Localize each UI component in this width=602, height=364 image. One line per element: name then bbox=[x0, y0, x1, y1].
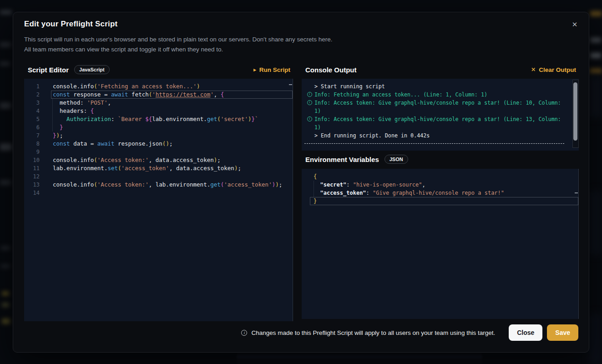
console-entry-text: Info: Access token: Give graphql-hive/co… bbox=[314, 99, 570, 115]
modal-description: This script will run in each user's brow… bbox=[24, 35, 332, 54]
console-output-body: > Start running scriptiInfo: Fetching an… bbox=[302, 79, 579, 144]
code-text: } bbox=[310, 197, 578, 205]
clear-output-button[interactable]: ✕ Clear Output bbox=[531, 66, 579, 73]
code-line[interactable]: 13console.info('Access token:', lab.envi… bbox=[24, 181, 293, 189]
footer-note-text: Changes made to this Preflight Script wi… bbox=[251, 329, 495, 336]
code-text bbox=[51, 189, 293, 197]
script-editor-header: Script Editor JavaScript ▸ Run Script bbox=[24, 63, 293, 76]
line-number: 3 bbox=[24, 99, 40, 107]
code-line[interactable]: "access_token": "Give graphql-hive/conso… bbox=[302, 189, 578, 197]
line-number: 11 bbox=[24, 164, 40, 172]
modal-footer: i Changes made to this Preflight Script … bbox=[24, 324, 578, 341]
line-number: 5 bbox=[24, 115, 40, 123]
line-number: 6 bbox=[24, 123, 40, 131]
code-line[interactable]: 3 method: 'POST', bbox=[24, 99, 293, 107]
code-line[interactable]: 5 Authorization: `Bearer ${lab.environme… bbox=[24, 115, 293, 123]
environment-variables-code: { "secret": "hive-is-open-source", "acce… bbox=[302, 169, 578, 205]
line-number: 14 bbox=[24, 189, 40, 197]
description-line-1: This script will run in each user's brow… bbox=[24, 35, 332, 45]
code-line[interactable]: "secret": "hive-is-open-source", bbox=[302, 181, 578, 189]
console-entry: iInfo: Access token: Give graphql-hive/c… bbox=[304, 99, 570, 115]
code-line[interactable]: 11lab.environment.set('access_token', da… bbox=[24, 164, 293, 172]
console-entry: iInfo: Fetching an access token... (Line… bbox=[304, 91, 570, 99]
run-script-label: Run Script bbox=[259, 66, 290, 73]
info-icon-column: i bbox=[304, 99, 314, 115]
code-text: console.info('Fetching an access token..… bbox=[51, 82, 293, 91]
code-text bbox=[51, 148, 293, 156]
console-scrollbar-thumb[interactable] bbox=[573, 82, 577, 141]
code-line[interactable]: 9 bbox=[24, 148, 293, 156]
code-text: const response = await fetch('https://te… bbox=[51, 91, 293, 99]
info-icon-column: i bbox=[304, 115, 314, 131]
code-line[interactable]: 12 bbox=[24, 172, 293, 181]
line-number: 2 bbox=[24, 91, 40, 99]
info-icon: i bbox=[307, 116, 312, 121]
console-entry: > Start running script bbox=[304, 82, 570, 91]
code-text: } bbox=[51, 123, 293, 131]
code-text: { bbox=[310, 172, 578, 181]
code-text: const data = await response.json(); bbox=[51, 140, 293, 148]
description-line-2: All team members can view the script and… bbox=[24, 45, 332, 55]
line-number: 13 bbox=[24, 181, 40, 189]
info-icon-column: i bbox=[304, 91, 314, 99]
close-icon[interactable]: ✕ bbox=[570, 20, 580, 30]
code-line[interactable]: 7}); bbox=[24, 131, 293, 140]
code-text: }); bbox=[51, 131, 293, 140]
line-number: 8 bbox=[24, 140, 40, 148]
code-line[interactable]: 8const data = await response.json(); bbox=[24, 140, 293, 148]
page-background: Edit your Preflight Script ✕ This script… bbox=[0, 0, 602, 364]
code-text: headers: { bbox=[51, 107, 293, 115]
code-line[interactable]: 4 headers: { bbox=[24, 107, 293, 115]
console-entry-text: > End running script. Done in 0.442s bbox=[314, 131, 570, 140]
line-number: 10 bbox=[24, 156, 40, 164]
line-number: 4 bbox=[24, 107, 40, 115]
console-entry: iInfo: Access token: Give graphql-hive/c… bbox=[304, 115, 570, 131]
code-text: lab.environment.set('access_token', data… bbox=[51, 164, 293, 172]
log-icon-column bbox=[304, 82, 314, 91]
language-badge: JavaScript bbox=[74, 65, 110, 74]
info-icon: i bbox=[241, 330, 247, 336]
line-number: 9 bbox=[24, 148, 40, 156]
environment-variables-panel[interactable]: { "secret": "hive-is-open-source", "acce… bbox=[302, 169, 579, 319]
play-icon: ▸ bbox=[253, 67, 256, 72]
code-line[interactable]: { bbox=[302, 172, 578, 181]
code-line[interactable]: 2const response = await fetch('https://t… bbox=[24, 91, 293, 99]
console-entry-text: Info: Fetching an access token... (Line:… bbox=[314, 91, 570, 99]
code-line[interactable]: 6 } bbox=[24, 123, 293, 131]
code-text: method: 'POST', bbox=[51, 99, 293, 107]
footer-note: i Changes made to this Preflight Script … bbox=[241, 329, 495, 336]
code-line[interactable]: 10console.info('Access token:', data.acc… bbox=[24, 156, 293, 164]
info-icon: i bbox=[307, 92, 312, 97]
script-editor-panel[interactable]: 1console.info('Fetching an access token.… bbox=[24, 79, 293, 321]
script-editor-code: 1console.info('Fetching an access token.… bbox=[24, 79, 293, 197]
console-output-title: Console Output bbox=[305, 66, 357, 74]
console-separator bbox=[304, 143, 564, 144]
script-editor-title: Script Editor bbox=[28, 66, 69, 74]
info-icon: i bbox=[307, 100, 312, 105]
environment-variables-title: Environment Variables bbox=[305, 156, 379, 163]
code-text: "secret": "hive-is-open-source", bbox=[310, 181, 578, 189]
run-script-button[interactable]: ▸ Run Script bbox=[253, 66, 293, 73]
console-output-header: Console Output ✕ Clear Output bbox=[302, 63, 579, 76]
console-entry-text: Info: Access token: Give graphql-hive/co… bbox=[314, 115, 570, 131]
close-button[interactable]: Close bbox=[509, 324, 542, 341]
preflight-script-modal: Edit your Preflight Script ✕ This script… bbox=[13, 12, 589, 353]
format-badge: JSON bbox=[384, 155, 408, 164]
code-text: console.info('Access token:', lab.enviro… bbox=[51, 181, 293, 189]
code-text: console.info('Access token:', data.acces… bbox=[51, 156, 293, 164]
console-entry: > End running script. Done in 0.442s bbox=[304, 131, 570, 140]
code-line[interactable]: 14 bbox=[24, 189, 293, 197]
line-number: 1 bbox=[24, 82, 40, 91]
clear-icon: ✕ bbox=[531, 67, 536, 72]
code-text: Authorization: `Bearer ${lab.environment… bbox=[51, 115, 293, 123]
line-number: 12 bbox=[24, 172, 40, 181]
code-text bbox=[51, 172, 293, 181]
log-icon-column bbox=[304, 131, 314, 140]
console-entry-text: > Start running script bbox=[314, 82, 570, 91]
code-line[interactable]: 1console.info('Fetching an access token.… bbox=[24, 82, 293, 91]
save-button[interactable]: Save bbox=[547, 324, 578, 341]
console-scrollbar-track bbox=[572, 80, 579, 148]
code-text: "access_token": "Give graphql-hive/conso… bbox=[310, 189, 578, 197]
modal-title: Edit your Preflight Script bbox=[24, 20, 117, 29]
code-line[interactable]: } bbox=[302, 197, 578, 205]
